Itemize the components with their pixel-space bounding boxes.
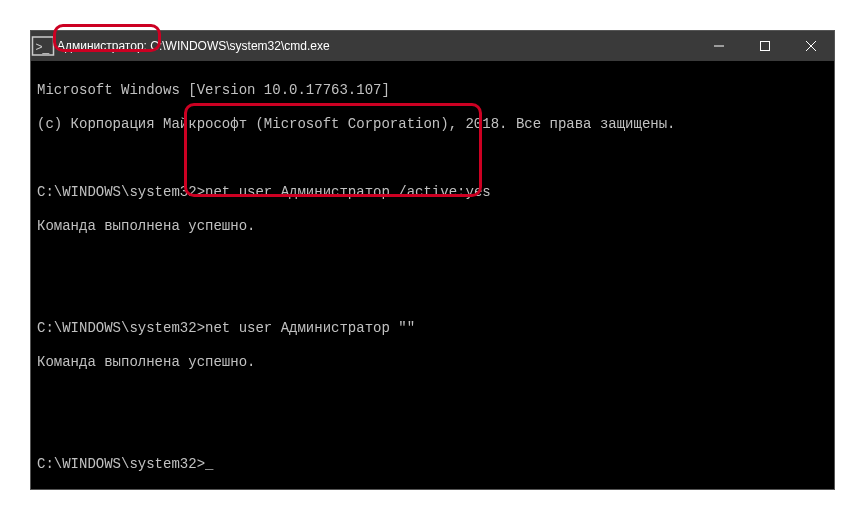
maximize-button[interactable]	[742, 31, 788, 61]
title-prefix: Администратор:	[57, 39, 147, 53]
cursor: _	[205, 456, 213, 472]
blank-line	[37, 422, 828, 439]
command-line-1: C:\WINDOWS\system32>net user Администрат…	[37, 184, 828, 201]
command-text: net user Администратор /active:yes	[205, 184, 491, 200]
svg-rect-3	[761, 42, 770, 51]
command-text: net user Администратор ""	[205, 320, 415, 336]
titlebar[interactable]: >_ Администратор: C:\WINDOWS\system32\cm…	[31, 31, 834, 61]
prompt-path: C:\WINDOWS\system32>	[37, 456, 205, 472]
command-line-2: C:\WINDOWS\system32>net user Администрат…	[37, 320, 828, 337]
blank-line	[37, 388, 828, 405]
minimize-button[interactable]	[696, 31, 742, 61]
prompt-path: C:\WINDOWS\system32>	[37, 320, 205, 336]
window-controls	[696, 31, 834, 61]
svg-text:>_: >_	[36, 40, 50, 54]
terminal-content[interactable]: Microsoft Windows [Version 10.0.17763.10…	[31, 61, 834, 489]
blank-line	[37, 150, 828, 167]
copyright-line: (c) Корпорация Майкрософт (Microsoft Cor…	[37, 116, 828, 133]
version-line: Microsoft Windows [Version 10.0.17763.10…	[37, 82, 828, 99]
blank-line	[37, 252, 828, 269]
cmd-icon: >_	[31, 31, 55, 61]
blank-line	[37, 286, 828, 303]
result-line-2: Команда выполнена успешно.	[37, 354, 828, 371]
prompt-path: C:\WINDOWS\system32>	[37, 184, 205, 200]
result-line-1: Команда выполнена успешно.	[37, 218, 828, 235]
cmd-window: >_ Администратор: C:\WINDOWS\system32\cm…	[30, 30, 835, 490]
title-path: C:\WINDOWS\system32\cmd.exe	[150, 39, 329, 53]
window-title: Администратор: C:\WINDOWS\system32\cmd.e…	[55, 39, 696, 53]
close-button[interactable]	[788, 31, 834, 61]
current-prompt: C:\WINDOWS\system32>_	[37, 456, 828, 473]
